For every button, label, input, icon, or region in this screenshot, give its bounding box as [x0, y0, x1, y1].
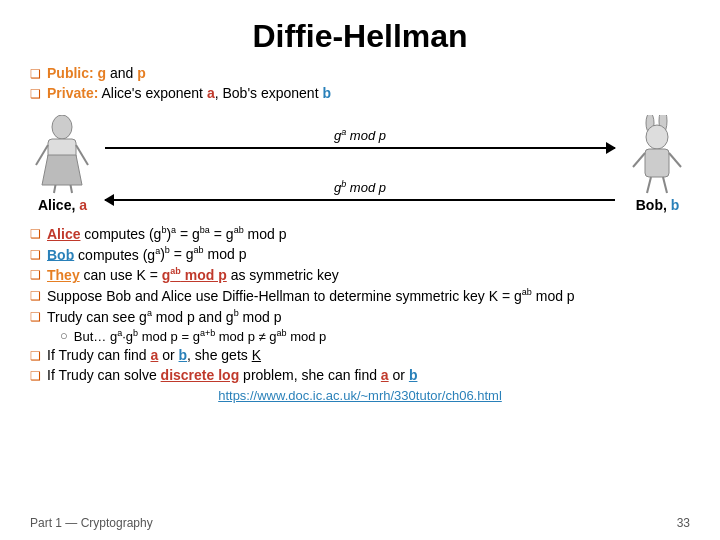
bob-computes-text: Bob computes (ga)b = gab mod p: [47, 246, 246, 263]
svg-line-13: [647, 177, 651, 193]
bob-column: Bob, b: [625, 115, 690, 213]
bullet-icon-8: ❑: [30, 349, 41, 363]
alice-computes-text: Alice computes (gb)a = gba = gab mod p: [47, 225, 286, 242]
private-label: Private: Alice's exponent a, Bob's expon…: [47, 85, 331, 101]
svg-marker-6: [42, 155, 82, 185]
bullet-icon-1: ❑: [30, 67, 41, 81]
bullet-icon-6: ❑: [30, 289, 41, 303]
find-bullet: ❑ If Trudy can find a or b, she gets K: [30, 347, 690, 363]
arrow2-container: gb mod p: [105, 179, 615, 201]
content-bullets: ❑ Alice computes (gb)a = gba = gab mod p…: [30, 225, 690, 403]
suppose-bullet: ❑ Suppose Bob and Alice use Diffie-Hellm…: [30, 287, 690, 304]
reference-link[interactable]: https://www.doc.ic.ac.uk/~mrh/330tutor/c…: [218, 388, 502, 403]
bob-figure: [625, 115, 690, 195]
bullet-icon-5: ❑: [30, 268, 41, 282]
arrow1-label: ga mod p: [105, 127, 615, 143]
suppose-text: Suppose Bob and Alice use Diffie-Hellman…: [47, 287, 575, 304]
they-bullet: ❑ They can use K = gab mod p as symmetri…: [30, 266, 690, 283]
svg-line-11: [633, 153, 645, 167]
slide: Diffie-Hellman ❑ Public: g and p ❑ Priva…: [0, 0, 720, 540]
svg-rect-10: [645, 149, 669, 177]
alice-column: Alice, a: [30, 115, 95, 213]
they-text: They can use K = gab mod p as symmetric …: [47, 266, 339, 283]
private-text: Alice's exponent a, Bob's exponent b: [101, 85, 331, 101]
trudy-text: Trudy can see ga mod p and gb mod p: [47, 308, 281, 325]
diagram-area: Alice, a ga mod p gb mod p: [30, 109, 690, 219]
link-container: https://www.doc.ic.ac.uk/~mrh/330tutor/c…: [30, 387, 690, 403]
sub-icon: ○: [60, 328, 68, 343]
arrow1-container: ga mod p: [105, 127, 615, 149]
bob-label: Bob, b: [636, 197, 680, 213]
bullet-icon-4: ❑: [30, 248, 41, 262]
alice-computes-bullet: ❑ Alice computes (gb)a = gba = gab mod p: [30, 225, 690, 242]
public-text: g and p: [98, 65, 146, 81]
svg-point-0: [52, 115, 72, 139]
arrow2-label: gb mod p: [105, 179, 615, 195]
footer-left: Part 1 — Cryptography: [30, 516, 153, 530]
svg-point-9: [646, 125, 668, 149]
bullet-icon-9: ❑: [30, 369, 41, 383]
find-text: If Trudy can find a or b, she gets K: [47, 347, 261, 363]
arrow1-line: [105, 147, 615, 149]
discrete-log-bullet: ❑ If Trudy can solve discrete log proble…: [30, 367, 690, 383]
svg-line-12: [669, 153, 681, 167]
private-bullet: ❑ Private: Alice's exponent a, Bob's exp…: [30, 85, 690, 101]
bullet-icon-3: ❑: [30, 227, 41, 241]
bullet-icon-2: ❑: [30, 87, 41, 101]
footer-right: 33: [677, 516, 690, 530]
public-prefix: Public:: [47, 65, 94, 81]
sub-bullet-text: But… ga·gb mod p = ga+b mod p ≠ gab mod …: [74, 328, 326, 344]
footer: Part 1 — Cryptography 33: [30, 516, 690, 530]
bob-computes-bullet: ❑ Bob computes (ga)b = gab mod p: [30, 246, 690, 263]
svg-line-14: [663, 177, 667, 193]
arrows-area: ga mod p gb mod p: [95, 127, 625, 202]
sub-bullet: ○ But… ga·gb mod p = ga+b mod p ≠ gab mo…: [60, 328, 690, 344]
trudy-bullet: ❑ Trudy can see ga mod p and gb mod p: [30, 308, 690, 325]
public-label: Public: g and p: [47, 65, 146, 81]
private-prefix: Private:: [47, 85, 98, 101]
slide-title: Diffie-Hellman: [30, 18, 690, 55]
public-bullet: ❑ Public: g and p: [30, 65, 690, 81]
alice-figure: [30, 115, 95, 195]
bullet-icon-7: ❑: [30, 310, 41, 324]
arrow2-line: [105, 199, 615, 201]
alice-label: Alice, a: [38, 197, 87, 213]
discrete-log-text: If Trudy can solve discrete log problem,…: [47, 367, 417, 383]
